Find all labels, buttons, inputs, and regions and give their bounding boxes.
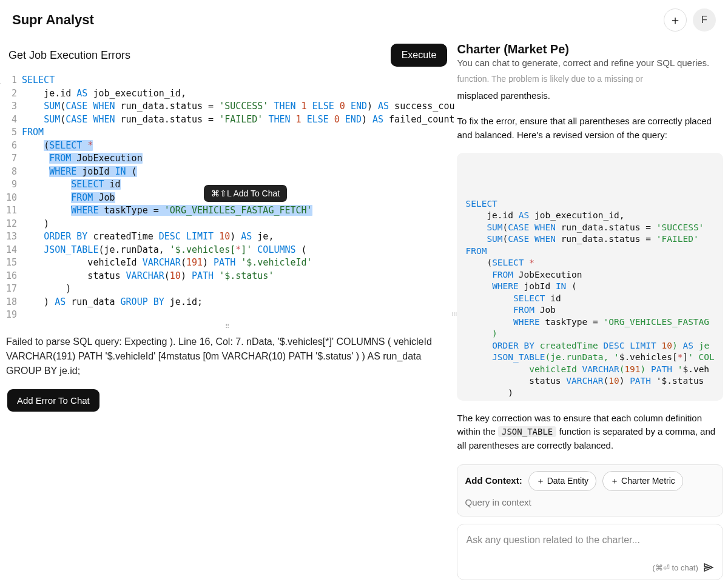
context-box: Add Context: ＋Data Entity ＋Charter Metri…: [457, 464, 723, 516]
add-to-chat-label: ⌘⇧L Add To Chat: [211, 189, 280, 198]
send-icon[interactable]: [703, 562, 714, 573]
context-subtext: Query in context: [465, 496, 715, 510]
query-title[interactable]: Get Job Execution Errors: [8, 49, 130, 62]
chat-panel: Charter (Market Pe) You can chat to gene…: [454, 38, 728, 585]
plus-icon: ＋: [610, 475, 619, 487]
app-title: Supr Analyst: [12, 12, 94, 28]
error-message: Failed to parse SQL query: Expecting ). …: [0, 331, 454, 384]
chat-paragraph: The key correction was to ensure that ea…: [457, 412, 723, 453]
plus-icon: ＋: [669, 12, 681, 28]
add-error-to-chat-button[interactable]: Add Error To Chat: [7, 389, 99, 412]
copy-icon[interactable]: [705, 158, 717, 170]
chat-input[interactable]: Ask any question related to the charter.…: [457, 524, 723, 581]
chat-paragraph: To fix the error, ensure that all parent…: [457, 115, 723, 142]
chat-panel-header: Charter (Market Pe) You can chat to gene…: [454, 38, 723, 70]
chat-paragraph: misplaced parenthesis.: [457, 89, 723, 103]
chat-input-placeholder: Ask any question related to the charter.…: [466, 533, 713, 547]
chat-panel-title: Charter (Market Pe): [457, 42, 720, 56]
topbar-actions: ＋ F: [664, 8, 716, 32]
chip-data-entity[interactable]: ＋Data Entity: [528, 471, 596, 491]
inline-code: JSON_TABLE: [498, 426, 556, 437]
new-button[interactable]: ＋: [664, 8, 687, 32]
chat-input-hint: (⌘⏎ to chat): [653, 562, 698, 574]
editor-gutter: 1⌄ 234 567 8910 111213 141516 171819: [0, 74, 22, 322]
avatar[interactable]: F: [693, 8, 716, 32]
execute-button[interactable]: Execute: [391, 44, 448, 67]
editor-pane: Get Job Execution Errors Execute 1⌄ 234 …: [0, 38, 454, 585]
add-to-chat-button[interactable]: ⌘⇧L Add To Chat: [204, 185, 287, 202]
chat-code-block: SELECT je.id AS job_execution_id, SUM(CA…: [457, 153, 723, 400]
top-bar: Supr Analyst ＋ F: [0, 0, 728, 38]
chat-messages[interactable]: function. The problem is likely due to a…: [454, 70, 723, 585]
chip-charter-metric[interactable]: ＋Charter Metric: [602, 471, 683, 491]
context-label: Add Context:: [465, 474, 522, 488]
horizontal-resize-handle[interactable]: ⠿: [0, 322, 454, 331]
main-area: Get Job Execution Errors Execute 1⌄ 234 …: [0, 38, 728, 585]
sql-editor[interactable]: 1⌄ 234 567 8910 111213 141516 171819 SEL…: [0, 74, 454, 322]
chat-code-content: SELECT je.id AS job_execution_id, SUM(CA…: [465, 198, 714, 401]
chat-panel-subtitle: You can chat to generate, correct and re…: [457, 58, 720, 68]
plus-icon: ＋: [536, 475, 545, 487]
chat-truncated-line: function. The problem is likely due to a…: [457, 73, 723, 83]
query-header: Get Job Execution Errors Execute: [0, 38, 454, 74]
